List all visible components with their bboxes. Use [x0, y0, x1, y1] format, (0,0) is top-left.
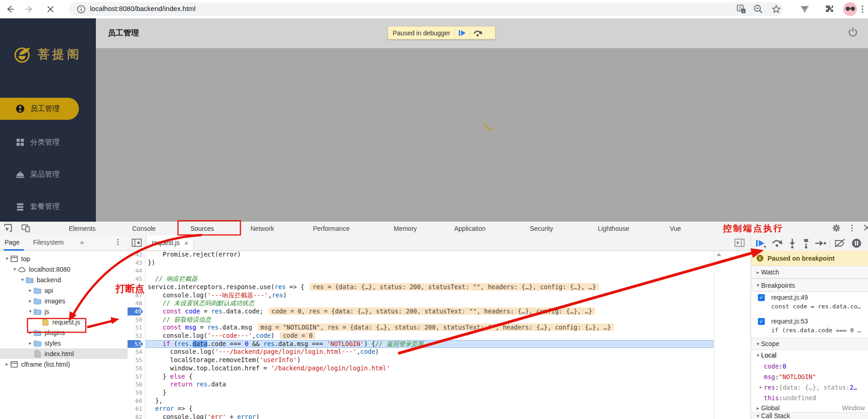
code-line-55[interactable]: 55 localStorage.removeItem('userInfo'): [128, 356, 750, 364]
tree-item-localhost:8080[interactable]: ▾localhost:8080: [0, 264, 139, 274]
line-number[interactable]: 44: [128, 267, 145, 275]
code-line-54[interactable]: 54 console.log('---/backend/page/login/l…: [128, 348, 750, 356]
translate-icon[interactable]: Gx: [736, 4, 747, 15]
devtools-tab-lighthouse[interactable]: Lighthouse: [598, 222, 629, 235]
logout-power-icon[interactable]: [846, 26, 859, 39]
devtools-tab-performance[interactable]: Performance: [313, 222, 350, 235]
forward-arrow-icon[interactable]: [24, 4, 35, 15]
devtools-settings-gear-icon[interactable]: [831, 223, 841, 233]
section-scope[interactable]: ▾Scope: [751, 338, 868, 350]
zoom-out-icon[interactable]: [753, 4, 764, 15]
stop-reload-icon[interactable]: [45, 4, 56, 15]
code-line-58[interactable]: 58 return res.data: [128, 380, 750, 389]
devtools-menu-kebab-icon[interactable]: [849, 223, 859, 233]
code-line-52[interactable]: 52 console.log('---code---',code)code = …: [128, 332, 750, 340]
code-line-46[interactable]: 46service.interceptors.response.use(res …: [128, 283, 750, 291]
hide-navigator-icon[interactable]: [131, 238, 141, 248]
line-number[interactable]: 45: [128, 275, 145, 283]
line-number[interactable]: 47: [128, 291, 145, 300]
sidebar-item-套餐管理[interactable]: 套餐管理: [0, 200, 96, 213]
resume-script-icon[interactable]: [755, 238, 766, 249]
tab-filesystem[interactable]: Filesystem: [33, 239, 64, 246]
line-number[interactable]: 52: [128, 332, 145, 340]
tree-item-top[interactable]: ▾top: [0, 253, 131, 264]
line-number[interactable]: 50: [128, 316, 145, 324]
profile-avatar[interactable]: [843, 2, 857, 16]
vue-devtools-icon[interactable]: [799, 4, 810, 15]
section-watch[interactable]: ▸Watch: [751, 266, 868, 279]
bookmark-star-icon[interactable]: [771, 4, 782, 15]
code-line-61[interactable]: 61 error => {: [128, 405, 750, 413]
devtools-tab-memory[interactable]: Memory: [394, 222, 417, 235]
code-line-57[interactable]: 57 } else {: [128, 373, 750, 381]
sidebar-item-菜品管理[interactable]: 菜品管理: [0, 168, 96, 181]
scope-local[interactable]: ▾Local: [751, 350, 868, 361]
scope-entry-this[interactable]: this: undefined: [751, 392, 868, 403]
tab-page[interactable]: Page: [5, 239, 20, 246]
pause-on-exceptions-icon[interactable]: [851, 238, 862, 249]
step-into-icon[interactable]: [787, 238, 798, 249]
step-out-icon[interactable]: [801, 238, 812, 249]
info-icon[interactable]: [76, 4, 87, 15]
line-number[interactable]: 46: [128, 283, 145, 291]
code-line-43[interactable]: 43}): [128, 259, 750, 267]
code-line-49[interactable]: 49 const code = res.data.code;code = 0, …: [128, 307, 750, 316]
code-line-42[interactable]: 42 Promise.reject(error): [128, 251, 750, 259]
section-breakpoints[interactable]: ▾Breakpoints: [751, 279, 868, 292]
banner-step-over-icon[interactable]: [470, 27, 485, 39]
code-line-60[interactable]: 60 },: [128, 397, 750, 405]
line-number[interactable]: 59: [128, 389, 145, 397]
devtools-tab-network[interactable]: Network: [250, 222, 274, 235]
line-number[interactable]: 54: [128, 348, 145, 356]
tree-expander[interactable]: ▾: [11, 266, 18, 272]
inspect-element-icon[interactable]: [3, 223, 13, 233]
breakpoint-checkbox[interactable]: ✓: [758, 318, 765, 325]
devtools-close-icon[interactable]: [862, 223, 868, 233]
line-number[interactable]: 48: [128, 299, 145, 307]
code-line-50[interactable]: 50 // 获取错误信息: [128, 316, 750, 324]
browser-menu-kebab-icon[interactable]: [860, 4, 868, 15]
editor-tab-request-js[interactable]: request.js ×: [146, 235, 194, 250]
breakpoint-checkbox[interactable]: ✓: [758, 294, 765, 301]
devtools-tab-elements[interactable]: Elements: [69, 222, 95, 235]
devtools-tab-console[interactable]: Console: [132, 222, 156, 235]
step-over-icon[interactable]: [771, 238, 782, 249]
breakpoint-entry[interactable]: ✓request.js:49const code = res.data.co…: [751, 292, 868, 316]
code-line-56[interactable]: 56 window.top.location.href = '/backend/…: [128, 364, 750, 373]
tree-expander[interactable]: ▸: [27, 330, 33, 335]
code-line-62[interactable]: 62 console.log('err' + error): [128, 413, 750, 419]
tree-expander[interactable]: ▾: [27, 308, 33, 314]
scope-global[interactable]: ▸Global Window: [751, 403, 868, 413]
code-line-59[interactable]: 59 }: [128, 389, 750, 397]
line-number[interactable]: 61: [128, 405, 145, 413]
line-number[interactable]: 55: [128, 356, 145, 364]
line-number[interactable]: 58: [128, 380, 145, 389]
devtools-tab-vue[interactable]: Vue: [670, 222, 681, 235]
tree-item-backend[interactable]: ▾backend: [0, 274, 147, 285]
line-number[interactable]: 56: [128, 364, 145, 373]
sidebar-item-分类管理[interactable]: 分类管理: [0, 136, 96, 149]
line-number[interactable]: 42: [128, 251, 145, 259]
line-number[interactable]: 57: [128, 373, 145, 381]
scope-expander[interactable]: ▸: [757, 384, 764, 390]
tree-item-clframe (list.html)[interactable]: ▸clframe (list.html): [0, 359, 131, 369]
scope-entry-code[interactable]: code: 0: [751, 361, 868, 371]
code-line-44[interactable]: 44: [128, 267, 750, 275]
breakpoint-entry[interactable]: ✓request.js:53if (res.data.code === 0 …: [751, 316, 868, 340]
back-arrow-icon[interactable]: [5, 4, 16, 15]
code-line-53[interactable]: 53 if (res.data.code === 0 && res.data.m…: [128, 340, 750, 348]
tree-expander[interactable]: ▸: [27, 298, 33, 304]
breakpoint-marker[interactable]: 53: [128, 340, 143, 348]
step-icon[interactable]: [814, 238, 825, 249]
show-debugger-sidebar-icon[interactable]: [734, 238, 744, 248]
section-call-stack[interactable]: ▾Call Stack: [751, 412, 868, 419]
tree-expander[interactable]: ▸: [4, 361, 10, 367]
line-number[interactable]: 62: [128, 413, 145, 419]
scope-entry-res[interactable]: ▸res: {data: {…}, status: 2…: [751, 382, 868, 392]
code-line-48[interactable]: 48 // 未设置状态码则默认成功状态: [128, 299, 750, 307]
line-number[interactable]: 43: [128, 259, 145, 267]
extensions-puzzle-icon[interactable]: [824, 4, 835, 15]
line-number[interactable]: 60: [128, 397, 145, 405]
scope-entry-msg[interactable]: msg: "NOTLOGIN": [751, 371, 868, 382]
deactivate-breakpoints-icon[interactable]: [834, 238, 845, 249]
